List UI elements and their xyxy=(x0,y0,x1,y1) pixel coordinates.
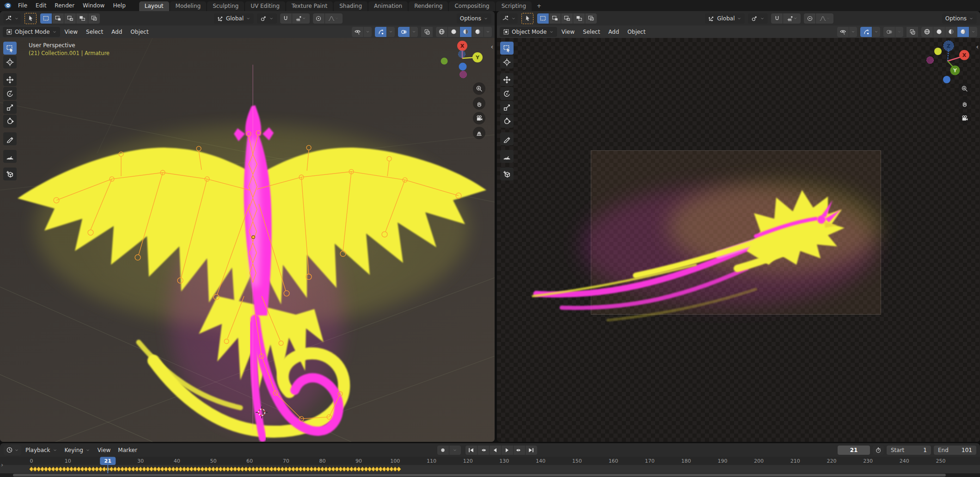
right-vp-tool-annotate[interactable] xyxy=(500,132,514,145)
left-vp-xray-toggle[interactable] xyxy=(421,27,433,37)
right-vp-xray-toggle[interactable] xyxy=(906,27,918,37)
left-vp-tool-scale[interactable] xyxy=(3,101,17,114)
tab-layout[interactable]: Layout xyxy=(139,1,169,11)
right-vp-menu-object[interactable]: Object xyxy=(624,27,649,37)
left-vp-snap-target-dropdown[interactable] xyxy=(292,13,310,24)
left-vp-gizmos-toggle[interactable] xyxy=(375,27,386,37)
right-vp-overlays-toggle[interactable] xyxy=(883,27,895,37)
timeline-menu-marker[interactable]: Marker xyxy=(115,445,140,455)
right-vp-visibility-icon[interactable] xyxy=(837,27,849,37)
viewport-canvas-left[interactable] xyxy=(0,38,495,442)
left-vp-options-dropdown[interactable]: Options xyxy=(457,13,491,24)
right-vp-snap-target-dropdown[interactable] xyxy=(783,13,801,24)
current-frame-field[interactable]: 21 xyxy=(838,446,870,455)
right-vp-shading-material-preview-icon[interactable] xyxy=(945,27,957,37)
left-vp-orientation-dropdown[interactable]: Global xyxy=(214,13,254,24)
left-vp-visibility-chevron[interactable] xyxy=(364,27,372,37)
right-vp-tool-transform[interactable] xyxy=(500,115,514,128)
left-vp-select-invert-icon[interactable] xyxy=(76,13,88,24)
right-vp-shading-wireframe-icon[interactable] xyxy=(921,27,933,37)
left-vp-zoom-button[interactable] xyxy=(473,82,485,95)
right-vp-tool-rotate[interactable] xyxy=(500,87,514,100)
left-vp-menu-select[interactable]: Select xyxy=(82,27,107,37)
timeline-editor-type-button[interactable] xyxy=(4,445,21,455)
left-vp-hand-button[interactable] xyxy=(473,97,485,110)
right-vp-magnet-icon[interactable] xyxy=(771,13,783,24)
tab-uv-editing[interactable]: UV Editing xyxy=(245,1,285,11)
viewport-canvas-right[interactable] xyxy=(497,38,980,442)
timeline-scrollbar-handle[interactable] xyxy=(13,474,946,477)
left-vp-select-new-icon[interactable] xyxy=(40,13,52,24)
menu-window[interactable]: Window xyxy=(79,1,109,10)
left-vp-menu-add[interactable]: Add xyxy=(108,27,126,37)
tab-modeling[interactable]: Modeling xyxy=(170,1,207,11)
jump-to-end-button[interactable] xyxy=(526,446,537,455)
prev-keyframe-button[interactable] xyxy=(478,446,489,455)
right-vp-options-dropdown[interactable]: Options xyxy=(942,13,977,24)
right-vp-gizmos-chevron[interactable] xyxy=(872,27,880,37)
tab-rendering[interactable]: Rendering xyxy=(409,1,448,11)
right-vp-menu-select[interactable]: Select xyxy=(579,27,604,37)
menu-help[interactable]: Help xyxy=(109,1,129,10)
left-vp-tool-measure[interactable] xyxy=(3,150,17,163)
menu-file[interactable]: File xyxy=(14,1,31,10)
left-vp-shading-rendered-icon[interactable] xyxy=(472,27,484,37)
use-preview-range-toggle[interactable] xyxy=(873,446,884,455)
play-forward-button[interactable] xyxy=(502,446,513,455)
right-vp-falloff-dropdown[interactable] xyxy=(816,13,833,24)
timeline-ruler[interactable]: 0102030405060708090100110120130140150160… xyxy=(0,457,980,473)
left-vp-gizmos-chevron[interactable] xyxy=(387,27,395,37)
menu-edit[interactable]: Edit xyxy=(31,1,50,10)
next-keyframe-button[interactable] xyxy=(514,446,525,455)
right-vp-shading-chevron[interactable] xyxy=(969,27,977,37)
left-vp-select-intersect-icon[interactable] xyxy=(88,13,100,24)
tab-scripting[interactable]: Scripting xyxy=(496,1,532,11)
auto-keying-toggle[interactable] xyxy=(437,446,449,455)
right-vp-visibility-chevron[interactable] xyxy=(849,27,857,37)
tab-compositing[interactable]: Compositing xyxy=(449,1,495,11)
left-vp-falloff-dropdown[interactable] xyxy=(325,13,343,24)
left-vp-proportional-editing-icon[interactable] xyxy=(313,13,325,24)
tab-shading[interactable]: Shading xyxy=(334,1,368,11)
right-vp-zoom-button[interactable] xyxy=(958,82,971,95)
right-vp-orientation-dropdown[interactable]: Global xyxy=(705,13,745,24)
timeline-menu-playback[interactable]: Playback xyxy=(22,445,61,455)
right-vp-select-new-icon[interactable] xyxy=(537,13,549,24)
timeline-scrollbar[interactable] xyxy=(0,473,980,477)
left-vp-overlays-chevron[interactable] xyxy=(410,27,418,37)
end-frame-field[interactable]: End 101 xyxy=(934,446,976,455)
right-vp-proportional-editing-icon[interactable] xyxy=(804,13,815,24)
left-vp-shading-chevron[interactable] xyxy=(484,27,492,37)
right-vp-tool-select-box[interactable] xyxy=(500,42,514,55)
timeline-expand-chevron[interactable]: › xyxy=(1,461,3,468)
right-vp-mode-dropdown[interactable]: Object Mode xyxy=(500,27,557,37)
right-vp-tool-add-cube[interactable] xyxy=(500,167,514,180)
left-vp-mode-dropdown[interactable]: Object Mode xyxy=(3,27,60,37)
right-vp-menu-add[interactable]: Add xyxy=(605,27,623,37)
timeline-menu-view[interactable]: View xyxy=(94,445,114,455)
right-vp-select-subtract-icon[interactable] xyxy=(561,13,573,24)
right-vp-tool-scale[interactable] xyxy=(500,101,514,114)
left-vp-shading-solid-icon[interactable] xyxy=(448,27,459,37)
left-vp-grid-button[interactable] xyxy=(473,127,485,139)
left-vp-shading-wireframe-icon[interactable] xyxy=(436,27,447,37)
right-vp-sidebar-collapse-chevron[interactable]: ‹ xyxy=(976,43,979,50)
left-vp-select-extend-icon[interactable] xyxy=(52,13,64,24)
left-vp-sidebar-collapse-chevron[interactable]: ‹ xyxy=(490,43,493,50)
right-vp-camera-button[interactable] xyxy=(958,112,971,124)
right-vp-overlays-chevron[interactable] xyxy=(895,27,903,37)
tab-animation[interactable]: Animation xyxy=(368,1,408,11)
right-vp-select-extend-icon[interactable] xyxy=(549,13,561,24)
left-vp-active-tool-button[interactable] xyxy=(24,12,37,25)
right-vp-gizmos-toggle[interactable] xyxy=(860,27,872,37)
left-vp-editor-type-button[interactable] xyxy=(3,13,21,24)
left-vp-pivot-dropdown[interactable] xyxy=(257,13,277,24)
left-vp-magnet-icon[interactable] xyxy=(280,13,292,24)
right-vp-hand-button[interactable] xyxy=(958,97,971,110)
right-vp-shading-solid-icon[interactable] xyxy=(933,27,945,37)
left-vp-tool-transform[interactable] xyxy=(3,115,17,128)
left-vp-tool-select-box[interactable] xyxy=(3,42,17,55)
tab-texture-paint[interactable]: Texture Paint xyxy=(286,1,333,11)
left-vp-visibility-icon[interactable] xyxy=(352,27,363,37)
tab-sculpting[interactable]: Sculpting xyxy=(207,1,244,11)
